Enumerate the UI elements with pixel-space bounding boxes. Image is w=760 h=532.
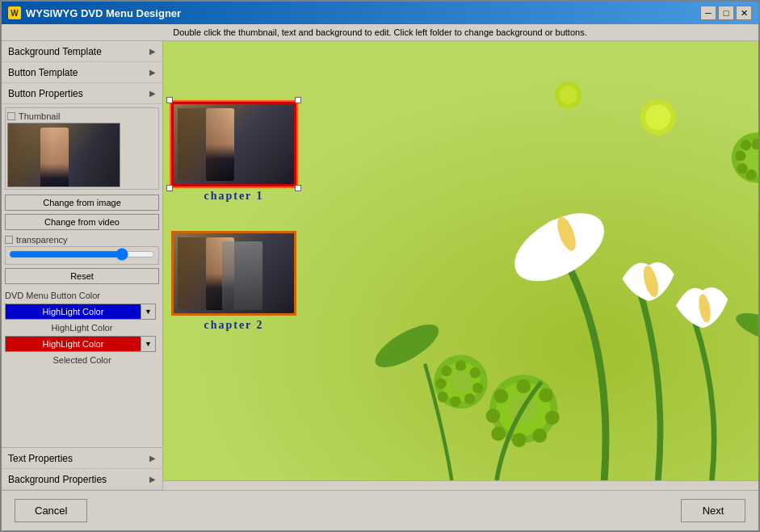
chapter-2-item[interactable]: chapter 2 bbox=[171, 231, 296, 332]
thumbnail-section-label: Thumbnail bbox=[7, 110, 157, 123]
chapter-2-label: chapter 2 bbox=[204, 319, 263, 332]
main-window: W WYSIWYG DVD Menu Designer ─ □ ✕ Double… bbox=[0, 0, 760, 532]
resize-handle-tl[interactable] bbox=[166, 97, 173, 103]
chevron-right-icon-3: ▶ bbox=[149, 454, 156, 463]
chevron-right-icon: ▶ bbox=[149, 47, 156, 56]
bottom-menu-items: Text Properties ▶ Background Properties … bbox=[2, 447, 162, 490]
chevron-right-icon: ▶ bbox=[149, 89, 156, 98]
dvd-menu-color-section: DVD Menu Button Color HighLight Color ▼ … bbox=[5, 289, 159, 367]
cancel-button[interactable]: Cancel bbox=[15, 499, 87, 522]
sidebar-item-background-properties[interactable]: Background Properties ▶ bbox=[2, 469, 162, 490]
bottom-bar: Cancel Next bbox=[2, 490, 758, 530]
resize-handle-br[interactable] bbox=[295, 185, 301, 191]
transparency-section: transparency bbox=[5, 235, 159, 265]
dropdown-arrow-icon-2[interactable]: ▼ bbox=[141, 337, 155, 350]
window-title: WYSIWYG DVD Menu Designer bbox=[26, 7, 700, 19]
background-properties-label: Background Properties bbox=[8, 474, 107, 485]
main-content: Background Template ▶ Button Template ▶ … bbox=[2, 41, 758, 490]
dvd-menu-color-label: DVD Menu Button Color bbox=[5, 289, 159, 302]
dropdown-arrow-icon[interactable]: ▼ bbox=[141, 305, 155, 318]
maximize-button[interactable]: □ bbox=[718, 6, 734, 20]
app-icon: W bbox=[8, 6, 21, 19]
change-from-image-button[interactable]: Change from image bbox=[5, 195, 159, 211]
highlight-color-dropdown[interactable]: HighLight Color ▼ bbox=[5, 304, 156, 320]
sidebar-item-text-properties[interactable]: Text Properties ▶ bbox=[2, 448, 162, 469]
sidebar-item-button-template[interactable]: Button Template ▶ bbox=[2, 62, 162, 83]
highlight-color-swatch: HighLight Color bbox=[6, 304, 141, 319]
sidebar-item-button-properties[interactable]: Button Properties ▶ bbox=[2, 83, 162, 104]
selected-color-label: Selected Color bbox=[5, 354, 159, 367]
next-button[interactable]: Next bbox=[681, 499, 745, 522]
info-message: Double click the thumbnail, text and bac… bbox=[173, 27, 586, 37]
selected-color-swatch: HighLight Color bbox=[6, 337, 141, 351]
minimize-button[interactable]: ─ bbox=[700, 6, 716, 20]
info-bar: Double click the thumbnail, text and bac… bbox=[2, 24, 758, 41]
chapter-1-item[interactable]: chapter 1 bbox=[171, 102, 296, 203]
canvas-wrapper: chapter 1 chapter 2 bbox=[163, 41, 758, 490]
sidebar-item-background-template[interactable]: Background Template ▶ bbox=[2, 41, 162, 62]
canvas-scrollbar[interactable] bbox=[163, 480, 758, 490]
reset-button[interactable]: Reset bbox=[5, 268, 159, 284]
resize-handle-bl[interactable] bbox=[166, 185, 173, 191]
close-button[interactable]: ✕ bbox=[736, 6, 752, 20]
chapter-1-content bbox=[174, 104, 294, 184]
transparency-slider[interactable] bbox=[9, 249, 155, 260]
chapter-2-content bbox=[174, 233, 294, 313]
thumbnail-preview bbox=[7, 123, 120, 187]
chapter-1-label: chapter 1 bbox=[204, 190, 263, 203]
dvd-canvas[interactable]: chapter 1 chapter 2 bbox=[163, 41, 758, 480]
left-panel: Background Template ▶ Button Template ▶ … bbox=[2, 41, 163, 490]
highlight-color-label: HighLight Color bbox=[5, 321, 159, 334]
resize-handle-tr[interactable] bbox=[295, 97, 301, 103]
selected-color-dropdown[interactable]: HighLight Color ▼ bbox=[5, 336, 156, 352]
title-bar: W WYSIWYG DVD Menu Designer ─ □ ✕ bbox=[2, 2, 758, 24]
background-template-label: Background Template bbox=[8, 46, 102, 57]
chevron-right-icon-4: ▶ bbox=[149, 475, 156, 484]
button-properties-label: Button Properties bbox=[8, 88, 83, 99]
transparency-label: transparency bbox=[5, 235, 159, 245]
window-controls: ─ □ ✕ bbox=[700, 6, 752, 20]
text-properties-label: Text Properties bbox=[8, 453, 73, 464]
change-from-video-button[interactable]: Change from video bbox=[5, 214, 159, 230]
chapter-1-thumbnail[interactable] bbox=[171, 102, 296, 186]
button-template-label: Button Template bbox=[8, 67, 78, 78]
chapter-2-thumbnail[interactable] bbox=[171, 231, 296, 316]
chevron-right-icon: ▶ bbox=[149, 68, 156, 77]
